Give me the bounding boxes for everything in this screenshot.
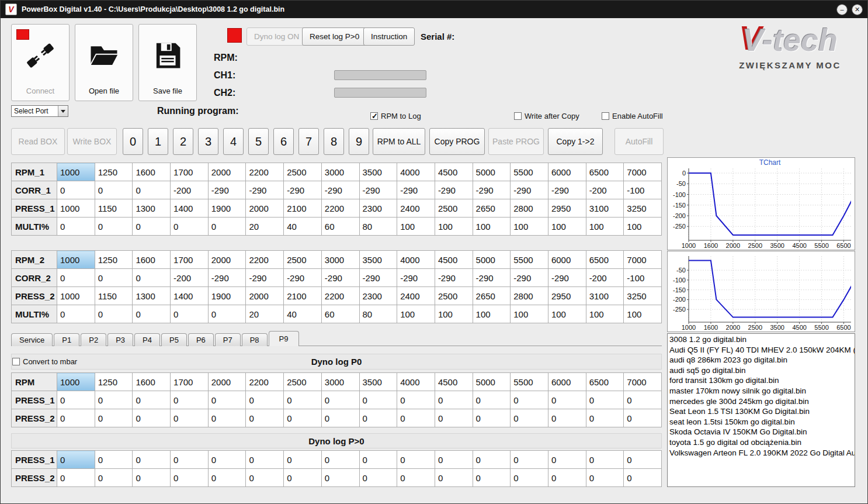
grid-cell[interactable]: 1600 xyxy=(133,251,171,269)
grid-cell[interactable]: 0 xyxy=(473,451,511,469)
grid-cell[interactable]: -200 xyxy=(171,181,209,199)
grid-cell[interactable]: 0 xyxy=(321,391,359,409)
grid-cell[interactable]: 0 xyxy=(57,305,95,323)
grid-cell[interactable]: 0 xyxy=(473,391,511,409)
digit-button-6[interactable]: 6 xyxy=(273,128,294,155)
grid-cell[interactable]: 0 xyxy=(57,469,95,487)
grid-cell[interactable]: 0 xyxy=(586,409,624,427)
grid-cell[interactable]: 2000 xyxy=(246,287,284,305)
convert-to-mbar-checkbox[interactable]: Convert to mbar xyxy=(12,357,77,366)
digit-button-3[interactable]: 3 xyxy=(198,128,218,155)
grid-cell[interactable]: 0 xyxy=(171,409,209,427)
grid-cell[interactable]: 0 xyxy=(511,391,548,409)
grid-cell[interactable]: 0 xyxy=(246,451,284,469)
grid-cell[interactable]: 1250 xyxy=(95,251,133,269)
grid-cell[interactable]: 0 xyxy=(95,218,133,236)
instruction-button[interactable]: Instruction xyxy=(363,27,415,46)
grid-cell[interactable]: 1400 xyxy=(171,287,209,305)
grid-cell[interactable]: -290 xyxy=(548,181,586,199)
grid-cell[interactable]: 6000 xyxy=(548,163,586,181)
grid-cell[interactable]: 2100 xyxy=(284,287,322,305)
grid-cell[interactable]: 0 xyxy=(435,391,473,409)
grid-cell[interactable]: -290 xyxy=(473,181,511,199)
grid-cell[interactable]: 20 xyxy=(246,218,284,236)
file-list-item[interactable]: audi sq5 go digital.bin xyxy=(668,365,855,376)
grid-cell[interactable]: 5000 xyxy=(473,251,511,269)
grid-cell[interactable]: 2800 xyxy=(511,199,548,218)
grid-cell[interactable]: 6000 xyxy=(548,373,586,391)
grid-cell[interactable]: 3500 xyxy=(359,373,397,391)
grid-cell[interactable]: 7000 xyxy=(624,373,662,391)
tab-p4[interactable]: P4 xyxy=(134,333,160,346)
grid-cell[interactable]: 80 xyxy=(359,218,397,236)
grid-cell[interactable]: 4500 xyxy=(435,373,473,391)
dyno-log-on-button[interactable]: Dyno log ON xyxy=(246,27,307,46)
grid-cell[interactable]: 0 xyxy=(586,391,624,409)
grid-cell[interactable]: -290 xyxy=(284,269,322,287)
grid-cell[interactable]: 1000 xyxy=(57,163,95,181)
grid-cell[interactable]: 0 xyxy=(586,451,624,469)
grid-cell[interactable]: 0 xyxy=(171,469,209,487)
grid-cell[interactable]: 2500 xyxy=(284,163,322,181)
grid-cell[interactable]: 100 xyxy=(586,305,624,323)
grid-cell[interactable]: 1700 xyxy=(171,251,209,269)
grid-cell[interactable]: 0 xyxy=(95,469,133,487)
grid-cell[interactable]: 2800 xyxy=(511,287,548,305)
grid-cell[interactable]: 0 xyxy=(133,391,171,409)
tab-p2[interactable]: P2 xyxy=(81,333,106,346)
grid-cell[interactable]: 1150 xyxy=(95,287,133,305)
copy-prog-button[interactable]: Copy PROG xyxy=(429,128,485,155)
grid-cell[interactable]: 1000 xyxy=(57,251,95,269)
grid-cell[interactable]: 4000 xyxy=(397,163,435,181)
grid-cell[interactable]: 3250 xyxy=(624,199,662,218)
grid-cell[interactable]: 2000 xyxy=(208,163,246,181)
grid-cell[interactable]: -290 xyxy=(321,181,359,199)
grid-cell[interactable]: 0 xyxy=(57,451,95,469)
file-list-item[interactable]: 3008 1.2 go digital.bin xyxy=(668,334,855,345)
rpm-to-log-checkbox[interactable]: RPM to Log xyxy=(370,112,421,120)
grid-cell[interactable]: -200 xyxy=(586,181,624,199)
grid-cell[interactable]: 0 xyxy=(95,391,133,409)
grid-cell[interactable]: -290 xyxy=(511,269,548,287)
grid-cell[interactable]: 4500 xyxy=(435,251,473,269)
grid-cell[interactable]: 0 xyxy=(511,469,548,487)
grid-cell[interactable]: 2500 xyxy=(435,287,473,305)
grid-cell[interactable]: 0 xyxy=(171,305,209,323)
grid-cell[interactable]: 4500 xyxy=(435,163,473,181)
grid-cell[interactable]: 0 xyxy=(548,409,586,427)
grid-cell[interactable]: 0 xyxy=(473,409,511,427)
grid-cell[interactable]: 2200 xyxy=(321,287,359,305)
digit-button-9[interactable]: 9 xyxy=(349,128,369,155)
grid-cell[interactable]: 7000 xyxy=(624,251,662,269)
grid-cell[interactable]: 0 xyxy=(246,391,284,409)
grid-cell[interactable]: -290 xyxy=(321,269,359,287)
grid-cell[interactable]: 2500 xyxy=(284,373,322,391)
grid-cell[interactable]: 0 xyxy=(171,451,209,469)
grid-cell[interactable]: 0 xyxy=(624,409,662,427)
grid-cell[interactable]: 100 xyxy=(435,305,473,323)
grid-cell[interactable]: 100 xyxy=(624,218,662,236)
file-list-item[interactable]: Seat Leon 1.5 TSI 130KM Go Digital.bin xyxy=(668,406,855,417)
paste-prog-button[interactable]: Paste PROG xyxy=(488,128,544,155)
file-list-item[interactable]: master 170km nowy silnik go digital.bin xyxy=(668,386,855,396)
grid-cell[interactable]: 1700 xyxy=(171,163,209,181)
grid-cell[interactable]: 2200 xyxy=(246,163,284,181)
tab-service[interactable]: Service xyxy=(11,333,53,346)
open-file-button[interactable]: Open file xyxy=(75,24,133,101)
grid-cell[interactable]: 6500 xyxy=(586,373,624,391)
grid-cell[interactable]: 0 xyxy=(548,451,586,469)
write-after-copy-checkbox[interactable]: Write after Copy xyxy=(514,112,579,120)
grid-cell[interactable]: 0 xyxy=(208,451,246,469)
grid-cell[interactable]: 100 xyxy=(548,218,586,236)
file-list-item[interactable]: seat leon 1.5tsi 150km go digital.bin xyxy=(668,417,855,427)
digit-button-1[interactable]: 1 xyxy=(148,128,168,155)
grid-cell[interactable]: 0 xyxy=(95,451,133,469)
grid-cell[interactable]: -290 xyxy=(397,181,435,199)
grid-cell[interactable]: 2300 xyxy=(359,199,397,218)
grid-cell[interactable]: 0 xyxy=(95,269,133,287)
grid-cell[interactable]: 1900 xyxy=(208,199,246,218)
grid-cell[interactable]: 0 xyxy=(548,469,586,487)
grid-cell[interactable]: 3100 xyxy=(586,287,624,305)
grid-cell[interactable]: -290 xyxy=(435,181,473,199)
grid-cell[interactable]: 40 xyxy=(284,218,322,236)
